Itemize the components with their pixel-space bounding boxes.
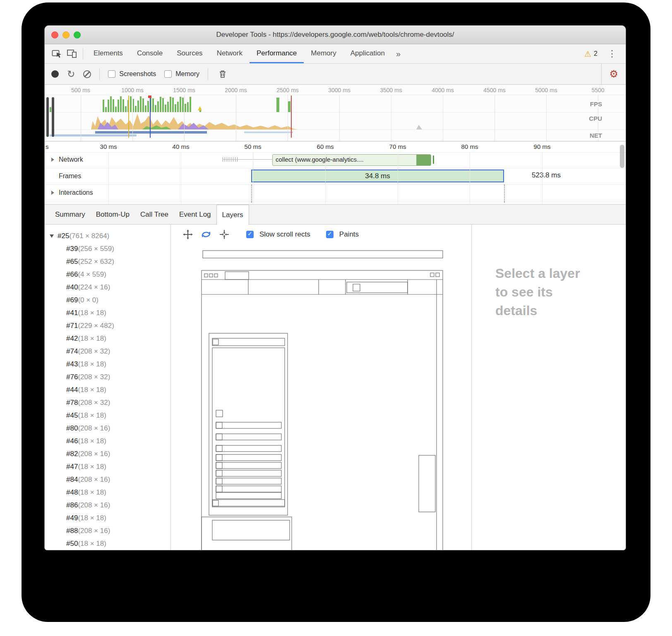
layer-tree-item[interactable]: #46(18 × 18) <box>45 435 170 447</box>
tab-application[interactable]: Application <box>343 44 392 63</box>
device-toolbar-icon[interactable] <box>65 44 79 63</box>
memory-checkbox[interactable] <box>164 70 172 78</box>
layer-id: #88 <box>66 524 78 537</box>
layer-tree-item[interactable]: #42(18 × 18) <box>45 332 170 345</box>
layer-id: #65 <box>66 255 78 268</box>
layer-tree-item[interactable]: #88(208 × 16) <box>45 524 170 537</box>
inspect-element-icon[interactable] <box>50 44 65 63</box>
timeline-grid-line <box>325 152 326 204</box>
tab-bottom-up[interactable]: Bottom-Up <box>91 205 135 224</box>
overview-grid-line <box>184 95 185 141</box>
layer-size: (252 × 632) <box>78 255 114 268</box>
tab-call-tree[interactable]: Call Tree <box>135 205 174 224</box>
more-tabs-button[interactable]: » <box>392 44 405 63</box>
layer-id: #44 <box>66 383 78 396</box>
layer-tree-item[interactable]: #78(208 × 32) <box>45 396 170 409</box>
layer-tree-item[interactable]: #71(229 × 482) <box>45 319 170 332</box>
layer-tree-item[interactable]: #45(18 × 18) <box>45 409 170 422</box>
minimize-window-button[interactable] <box>62 31 70 38</box>
close-window-button[interactable] <box>51 31 58 38</box>
clear-recording-button[interactable] <box>83 70 91 78</box>
overview-lane-label: FPS <box>589 100 603 108</box>
layer-id: #69 <box>66 294 78 306</box>
performance-toolbar: ↻ Screenshots Memory ⚙ <box>45 64 626 85</box>
layer-tree-item[interactable]: #66(4 × 559) <box>45 268 170 281</box>
zoom-window-button[interactable] <box>74 31 81 38</box>
overview-time-label: 4000 ms <box>432 87 454 93</box>
layer-id: #50 <box>66 537 78 550</box>
interactions-disclosure-icon[interactable] <box>51 191 54 195</box>
tab-elements[interactable]: Elements <box>86 44 130 63</box>
layer-tree-item[interactable]: #39(256 × 559) <box>45 242 170 255</box>
tab-event-log[interactable]: Event Log <box>174 205 216 224</box>
rotate-mode-icon[interactable] <box>200 228 212 241</box>
network-disclosure-icon[interactable] <box>51 158 54 162</box>
network-row-label[interactable]: Network <box>59 156 83 163</box>
more-options-icon[interactable]: ⋮ <box>604 48 620 59</box>
slow-scroll-rects-label[interactable]: Slow scroll rects <box>259 230 310 239</box>
overview-grid-line <box>132 95 133 141</box>
layer-id: #86 <box>66 499 78 512</box>
overview-selection-handle-right[interactable] <box>52 97 54 137</box>
memory-label[interactable]: Memory <box>175 70 199 78</box>
layer-tree-item[interactable]: #47(18 × 18) <box>45 460 170 473</box>
panel-tabs: ElementsConsoleSourcesNetworkPerformance… <box>86 44 392 63</box>
layer-tree-item[interactable]: #50(18 × 18) <box>45 537 170 550</box>
tab-layers[interactable]: Layers <box>216 205 249 225</box>
frames-row-label[interactable]: Frames <box>59 172 81 180</box>
slow-scroll-rects-checkbox[interactable] <box>246 231 254 238</box>
layer-tree-item[interactable]: #40(224 × 16) <box>45 281 170 294</box>
selected-frame-bar[interactable]: 34.8 ms <box>251 170 504 182</box>
layer-size: (208 × 16) <box>78 447 110 460</box>
screenshots-label[interactable]: Screenshots <box>119 70 156 78</box>
tab-memory[interactable]: Memory <box>304 44 343 63</box>
layer-tree-item[interactable]: #43(18 × 18) <box>45 358 170 371</box>
tab-console[interactable]: Console <box>130 44 170 63</box>
layer-id: #42 <box>66 332 78 345</box>
tab-network[interactable]: Network <box>210 44 250 63</box>
tab-summary[interactable]: Summary <box>50 205 91 224</box>
network-request-pill[interactable]: collect (www.google-analytics.... <box>272 154 431 166</box>
garbage-collect-icon[interactable] <box>216 68 229 80</box>
timeline-details[interactable]: s Network collect (www.google-analytics.… <box>45 141 626 205</box>
layer-tree-item[interactable]: #84(208 × 16) <box>45 473 170 486</box>
record-button[interactable] <box>51 70 59 78</box>
layer-tree-item[interactable]: #25(761 × 8264) <box>45 230 170 242</box>
layer-tree-item[interactable]: #65(252 × 632) <box>45 255 170 268</box>
layer-tree-item[interactable]: #44(18 × 18) <box>45 383 170 396</box>
interactions-row-label[interactable]: Interactions <box>59 189 93 196</box>
layer-size: (18 × 18) <box>78 409 106 422</box>
details-placeholder: Select a layer to see its details <box>495 264 580 320</box>
layer-tree-item[interactable]: #69(0 × 0) <box>45 294 170 306</box>
row-separator <box>45 152 626 153</box>
row-separator <box>45 201 626 201</box>
layer-size: (4 × 559) <box>78 268 106 281</box>
layer-size: (18 × 18) <box>78 486 106 499</box>
warning-icon[interactable]: ⚠ <box>584 49 591 59</box>
layer-tree-item[interactable]: #80(208 × 16) <box>45 422 170 435</box>
timeline-scrollbar-thumb[interactable] <box>620 145 624 168</box>
reload-and-profile-button[interactable]: ↻ <box>67 69 75 79</box>
reset-view-icon[interactable] <box>218 228 230 241</box>
paints-label[interactable]: Paints <box>339 230 359 239</box>
cpu-area-scripting <box>91 114 298 129</box>
settings-gear-icon[interactable]: ⚙ <box>601 64 626 84</box>
performance-overview[interactable]: 500 ms1000 ms1500 ms2000 ms2500 ms3000 m… <box>45 85 626 141</box>
layer-wireframe-canvas[interactable] <box>171 244 471 550</box>
overview-selection-handle-left[interactable] <box>46 97 49 137</box>
layer-tree-item[interactable]: #41(18 × 18) <box>45 306 170 319</box>
layer-tree-item[interactable]: #86(208 × 16) <box>45 499 170 512</box>
paints-checkbox[interactable] <box>326 231 334 238</box>
warning-count[interactable]: 2 <box>594 50 598 57</box>
pan-mode-icon[interactable] <box>182 228 194 241</box>
layer-tree-item[interactable]: #76(208 × 32) <box>45 371 170 383</box>
layer-tree-item[interactable]: #82(208 × 16) <box>45 447 170 460</box>
layer-tree-item[interactable]: #48(18 × 18) <box>45 486 170 499</box>
layer-tree-item[interactable]: #74(208 × 32) <box>45 345 170 358</box>
expand-caret-icon[interactable] <box>50 234 54 238</box>
layer-tree-item[interactable]: #49(18 × 18) <box>45 512 170 524</box>
screenshots-checkbox[interactable] <box>108 70 115 78</box>
tab-sources[interactable]: Sources <box>170 44 209 63</box>
layer-id: #48 <box>66 486 78 499</box>
tab-performance[interactable]: Performance <box>250 44 304 63</box>
